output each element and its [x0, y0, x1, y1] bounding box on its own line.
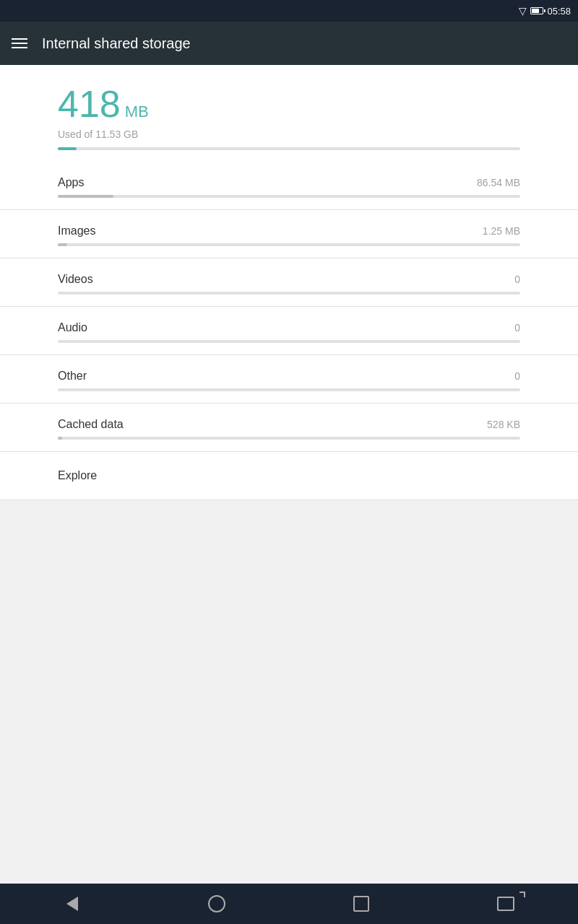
other-label: Other	[58, 370, 87, 383]
videos-value: 0	[514, 274, 520, 285]
storage-item-explore-row: Explore	[58, 452, 520, 500]
storage-item-apps-row: Apps 86.54 MB	[58, 162, 520, 195]
cached-value: 528 KB	[487, 419, 520, 430]
storage-item-images-row: Images 1.25 MB	[58, 210, 520, 243]
cached-bar	[58, 437, 520, 440]
images-bar-fill	[58, 243, 67, 246]
explore-label: Explore	[58, 469, 97, 482]
apps-value: 86.54 MB	[477, 177, 520, 188]
battery-icon	[530, 7, 543, 14]
images-value: 1.25 MB	[483, 225, 520, 237]
storage-summary: 418 MB Used of 11.53 GB	[0, 65, 578, 162]
storage-item-apps[interactable]: Apps 86.54 MB	[0, 162, 578, 210]
other-value: 0	[514, 370, 520, 382]
apps-bar-fill	[58, 195, 113, 198]
screenshot-button[interactable]	[484, 889, 527, 918]
storage-progress-bar	[58, 147, 520, 150]
audio-value: 0	[514, 322, 520, 334]
storage-item-audio-row: Audio 0	[58, 307, 520, 340]
storage-description: Used of 11.53 GB	[58, 128, 520, 140]
storage-items-list: Apps 86.54 MB Images 1.25 MB Videos 0	[0, 162, 578, 500]
videos-label: Videos	[58, 273, 93, 286]
other-bar	[58, 388, 520, 391]
status-icons: ▽ 05:58	[519, 5, 571, 17]
status-time: 05:58	[547, 6, 571, 17]
storage-item-other-row: Other 0	[58, 355, 520, 388]
storage-item-explore[interactable]: Explore	[0, 452, 578, 500]
cached-bar-fill	[58, 437, 62, 440]
storage-item-cached[interactable]: Cached data 528 KB	[0, 404, 578, 452]
main-content: 418 MB Used of 11.53 GB Apps 86.54 MB Im…	[0, 65, 578, 500]
images-bar	[58, 243, 520, 246]
storage-item-other[interactable]: Other 0	[0, 355, 578, 404]
storage-amount: 418 MB	[58, 82, 520, 126]
storage-item-audio[interactable]: Audio 0	[0, 307, 578, 355]
recents-button[interactable]	[340, 889, 383, 918]
audio-label: Audio	[58, 321, 87, 334]
storage-item-images[interactable]: Images 1.25 MB	[0, 210, 578, 258]
images-label: Images	[58, 225, 95, 237]
hamburger-menu-button[interactable]	[12, 38, 27, 48]
wifi-icon: ▽	[519, 5, 527, 17]
back-button[interactable]	[51, 889, 94, 918]
home-button[interactable]	[195, 889, 238, 918]
storage-number: 418	[58, 82, 121, 126]
audio-bar	[58, 340, 520, 343]
apps-label: Apps	[58, 176, 84, 189]
storage-unit: MB	[125, 103, 149, 121]
page-title: Internal shared storage	[42, 35, 191, 52]
apps-bar	[58, 195, 520, 198]
videos-bar	[58, 292, 520, 295]
cached-label: Cached data	[58, 418, 124, 431]
top-bar: Internal shared storage	[0, 22, 578, 65]
storage-item-cached-row: Cached data 528 KB	[58, 404, 520, 437]
storage-item-videos[interactable]: Videos 0	[0, 258, 578, 307]
bottom-nav	[0, 884, 578, 924]
status-bar: ▽ 05:58	[0, 0, 578, 22]
storage-item-videos-row: Videos 0	[58, 258, 520, 292]
storage-progress-fill	[58, 147, 77, 150]
